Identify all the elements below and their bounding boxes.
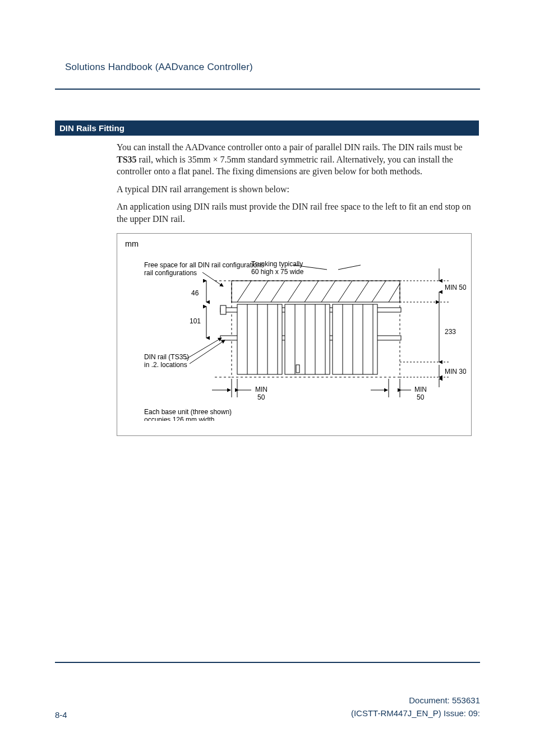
svg-line-37 [190,340,225,364]
label-min-left-l1: MIN [255,386,268,393]
svg-text:rail configurations: rail configurations [144,269,197,277]
section-title: DIN Rails Fitting [55,120,479,136]
p1b: rail, which is 35mm × 7.5mm standard sym… [117,155,453,177]
label-trunking-l2: 60 high x 75 wide [251,268,304,276]
label-trunking-l1: Trunking typically [251,260,303,268]
svg-line-9 [372,281,386,302]
page-header: Solutions Handbook (AADvance Controller) [65,62,480,73]
svg-line-8 [355,281,369,302]
svg-rect-19 [333,304,377,374]
svg-rect-0 [232,281,400,302]
svg-line-10 [389,284,400,302]
svg-line-2 [254,281,268,302]
label-din-rail-l1: DIN rail (TS35) [144,353,189,361]
svg-line-35 [338,265,361,270]
svg-rect-32 [296,365,299,373]
label-min-right-l1: MIN [414,386,427,393]
label-46: 46 [191,289,199,297]
label-233: 233 [445,328,456,336]
footer-rule [55,662,480,663]
label-min-left-l2: 50 [257,393,265,401]
svg-line-4 [288,281,302,302]
label-min30: MIN 30 [445,368,466,375]
svg-line-3 [271,281,285,302]
paragraph-2: A typical DIN rail arrangement is shown … [117,183,472,196]
label-101: 101 [190,317,201,325]
svg-line-7 [338,281,352,302]
din-rail-diagram: Free space for all DIN rail configuratio… [125,253,466,421]
p1bold: TS35 [117,155,137,164]
paragraph-3: An application using DIN rails must prov… [117,201,472,225]
diagram-units-label: mm [125,239,463,248]
svg-line-5 [305,281,319,302]
page-footer: 8-4 Document: 553631 (ICSTT-RM447J_EN_P)… [55,694,480,720]
svg-rect-17 [237,304,282,374]
label-min-right-l2: 50 [417,393,425,401]
svg-line-1 [237,281,251,302]
p1a: You can install the AADvance controller … [117,142,463,152]
header-rule [55,89,480,90]
body-text: You can install the AADvance controller … [117,141,472,225]
svg-rect-16 [220,305,226,314]
svg-rect-18 [285,304,330,374]
label-base-unit-l2: occupies 126 mm width [144,416,214,421]
doc-line2: (ICSTT-RM447J_EN_P) Issue: 09: [351,707,480,720]
svg-line-6 [321,281,335,302]
label-base-unit-l1: Each base unit (three shown) [144,408,232,416]
book-title: Solutions Handbook (AADvance Controller) [65,62,480,73]
page-number: 8-4 [55,710,67,720]
svg-line-33 [202,272,223,286]
label-din-rail-l2: in .2. locations [144,361,187,369]
diagram-container: mm [117,233,472,436]
doc-line1: Document: 553631 [351,694,480,707]
label-free-space: Free space for all DIN rail configuratio… [144,261,264,269]
svg-line-36 [186,338,222,359]
label-min50-top: MIN 50 [445,284,466,291]
paragraph-1: You can install the AADvance controller … [117,141,472,178]
